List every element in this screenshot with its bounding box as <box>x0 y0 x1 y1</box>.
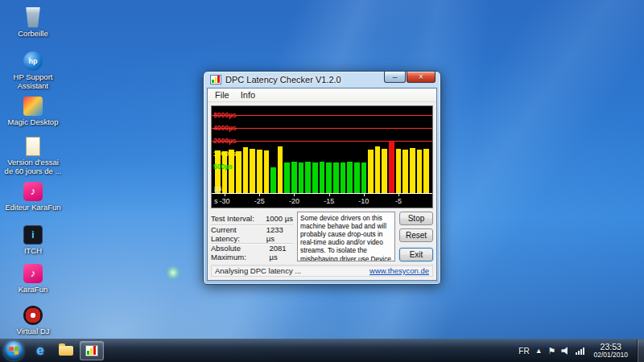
latency-bar <box>291 162 297 193</box>
desktop-icon-recycle-bin[interactable]: Corbeille <box>3 6 63 39</box>
app-icon <box>210 75 221 84</box>
y-axis-unit: µs <box>214 184 222 192</box>
status-text: Analysing DPC latency ... <box>215 266 301 275</box>
windows-flag-icon <box>9 346 19 355</box>
stat-value: 2081 µs <box>269 244 293 261</box>
latency-bar <box>402 150 408 193</box>
stop-button[interactable]: Stop <box>399 212 433 225</box>
stat-value: 1000 µs <box>266 214 293 223</box>
tray-date: 02/01/2010 <box>593 352 628 360</box>
desktop-icon-hp-support-assistant[interactable]: hp HP Support Assistant <box>3 50 63 91</box>
clock[interactable]: 23:53 02/01/2010 <box>590 342 631 360</box>
y-axis-label: 1000µs <box>213 150 237 158</box>
x-tick-label: -15 <box>324 197 334 205</box>
recycle-bin-icon <box>25 6 41 28</box>
latency-bar <box>278 146 283 193</box>
y-axis-label: 2000µs <box>213 138 237 145</box>
icon-label: Magic Desktop <box>8 118 59 127</box>
stat-label: Current Latency: <box>211 225 266 243</box>
x-tick <box>225 194 225 196</box>
start-button[interactable] <box>0 339 27 362</box>
karafun-icon: ♪ <box>23 262 43 284</box>
latency-bar <box>341 162 346 193</box>
menu-bar: File Info <box>208 88 436 102</box>
dpc-latency-icon <box>85 345 98 356</box>
chart-x-axis: s -30-25-20-15-10-5 <box>212 193 432 208</box>
sparkle-effect <box>166 265 180 280</box>
desktop-icon-virtual-dj[interactable]: Virtual DJ <box>3 304 63 336</box>
show-desktop-button[interactable] <box>637 339 644 362</box>
karafun-editor-icon: ♪ <box>23 180 43 202</box>
latency-bar <box>236 151 242 193</box>
latency-bar <box>410 148 415 193</box>
stat-test-interval: Test Interval: 1000 µs <box>211 212 293 225</box>
x-tick <box>329 194 330 196</box>
y-axis-label: 8000µs <box>213 112 237 119</box>
virtual-dj-icon <box>23 304 43 326</box>
menu-info[interactable]: Info <box>235 89 261 101</box>
desktop-icon-karafun-editor[interactable]: ♪ Editeur KaraFun <box>3 180 63 212</box>
y-axis-label: 4000µs <box>213 125 237 132</box>
desktop-icon-karafun[interactable]: ♪ KaraFun <box>3 262 63 294</box>
latency-bar <box>305 162 311 193</box>
latency-bar <box>368 150 374 193</box>
x-tick-label: -25 <box>254 197 265 205</box>
taskbar: e FR ▲ ⚑ 23:53 02/01/2010 <box>0 339 644 362</box>
icon-label: HP Support Assistant <box>3 73 63 91</box>
exit-button[interactable]: Exit <box>399 248 433 261</box>
latency-bar <box>423 149 429 193</box>
diagnostic-message: Some device drivers on this machine beha… <box>297 212 395 261</box>
stats-panel: Test Interval: 1000 µs Current Latency: … <box>211 212 293 261</box>
latency-chart: µs 16000µs8000µs4000µs2000µs1000µs500µs … <box>211 105 433 208</box>
icon-label: Virtual DJ <box>16 327 49 336</box>
latency-bar <box>389 141 394 193</box>
itch-icon: i <box>23 224 43 245</box>
language-indicator[interactable]: FR <box>518 347 529 356</box>
network-icon[interactable] <box>576 348 584 355</box>
menu-file[interactable]: File <box>209 89 235 101</box>
latency-bar <box>396 149 402 193</box>
icon-label: Version d'essai de 60 jours de ... <box>3 158 63 176</box>
latency-bar <box>257 150 262 193</box>
x-axis-unit: s <box>214 197 218 205</box>
taskbar-item-windows-explorer[interactable] <box>54 341 78 360</box>
hp-support-icon: hp <box>23 50 43 72</box>
x-tick <box>259 194 260 196</box>
latency-bar <box>250 149 255 193</box>
latency-bar <box>312 162 318 193</box>
folder-icon <box>59 346 73 356</box>
window-title: DPC Latency Checker V1.2.0 <box>225 75 341 84</box>
x-tick-label: -20 <box>289 197 299 205</box>
icon-label: Corbeille <box>18 30 48 39</box>
close-button[interactable]: × <box>407 72 436 83</box>
stat-current-latency: Current Latency: 1233 µs <box>211 225 293 244</box>
icon-label: KaraFun <box>19 286 47 294</box>
x-tick-label: -5 <box>395 197 402 205</box>
desktop-icon-trial-version[interactable]: Version d'essai de 60 jours de ... <box>3 135 63 176</box>
latency-bar <box>264 150 270 193</box>
minimize-button[interactable]: – <box>384 72 406 83</box>
action-center-icon[interactable]: ⚑ <box>548 346 556 356</box>
taskbar-item-internet-explorer[interactable]: e <box>28 341 52 360</box>
volume-icon[interactable] <box>561 347 570 355</box>
desktop-icon-magic-desktop[interactable]: Magic Desktop <box>3 95 63 127</box>
taskbar-item-dpc-latency-checker[interactable] <box>80 341 104 360</box>
chart-plot: µs 16000µs8000µs4000µs2000µs1000µs500µs <box>212 106 432 193</box>
latency-bar <box>222 151 228 193</box>
icon-label: Editeur KaraFun <box>5 204 60 212</box>
stat-value: 1233 µs <box>266 225 293 243</box>
latency-bar <box>347 162 353 193</box>
hidden-icons-button[interactable]: ▲ <box>535 347 543 355</box>
x-tick-label: -30 <box>219 197 229 205</box>
latency-bar <box>382 149 387 193</box>
latency-bar <box>299 162 304 193</box>
reset-button[interactable]: Reset <box>399 228 433 242</box>
latency-bar <box>417 150 423 193</box>
latency-bar <box>333 162 339 193</box>
x-tick <box>294 194 295 196</box>
desktop-icon-itch[interactable]: i ITCH <box>3 224 63 256</box>
internet-explorer-icon: e <box>36 343 43 359</box>
latency-bar <box>361 162 367 193</box>
thesycon-link[interactable]: www.thesycon.de <box>369 266 429 275</box>
window-titlebar[interactable]: DPC Latency Checker V1.2.0 – × <box>207 72 437 88</box>
